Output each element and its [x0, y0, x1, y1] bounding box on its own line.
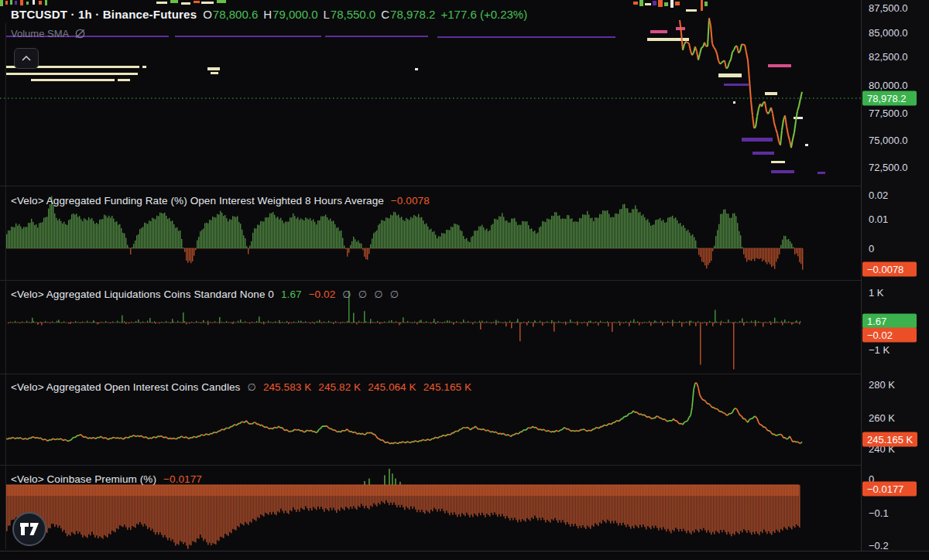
empty-value-icon: ∅	[342, 289, 351, 300]
axis-tick: 260 K	[869, 412, 895, 424]
axis-tick: −0.1	[869, 507, 889, 519]
open-interest-pane-legend[interactable]: <Velo> Aggregated Open Interest Coins Ca…	[11, 381, 471, 393]
chevron-up-icon	[22, 56, 31, 61]
axis-value-badge: 78,978.2	[862, 91, 917, 106]
price-axis-column[interactable]: 87,500.085,000.082,500.080,000.077,500.0…	[861, 0, 929, 551]
volume-sma-legend[interactable]: Volume SMA	[11, 28, 87, 39]
ohlc-values: O78,800.6 H79,000.0 L78,550.0 C78,978.2 …	[203, 8, 527, 21]
chart-area[interactable]: BTCUSDT · 1h · Binance-Futures O78,800.6…	[0, 0, 861, 551]
premium-pane-legend[interactable]: <Velo> Coinbase Premium (%) −0.0177	[11, 473, 202, 485]
open-value: 78,800.6	[213, 8, 258, 21]
axis-tick: 87,500.0	[869, 2, 908, 14]
axis-tick: 0.01	[869, 213, 888, 225]
oi-high-value: 245.82 K	[318, 381, 361, 393]
axis-tick: 82,500.0	[869, 51, 908, 63]
liquidations-title: <Velo> Aggregated Liquidations Coins Sta…	[11, 289, 274, 300]
volume-sma-label: Volume SMA	[11, 28, 69, 39]
pane-divider[interactable]	[0, 280, 861, 281]
axis-tick: −1 K	[869, 344, 890, 356]
change-value: +177.6 (+0.23%)	[441, 8, 527, 21]
axis-tick: 75,000.0	[869, 135, 908, 146]
symbol-legend[interactable]: BTCUSDT · 1h · Binance-Futures O78,800.6…	[11, 8, 527, 21]
premium-title: <Velo> Coinbase Premium (%)	[11, 473, 156, 485]
axis-value-badge: −0.0078	[862, 262, 917, 277]
axis-tick: 77,500.0	[869, 108, 908, 119]
open-interest-title: <Velo> Aggregated Open Interest Coins Ca…	[11, 381, 240, 393]
liquidations-short-value: −0.02	[309, 289, 336, 300]
price-pane-canvas[interactable]	[0, 0, 861, 186]
collapse-indicators-button[interactable]	[14, 48, 39, 69]
empty-value-icon: ∅	[390, 289, 399, 300]
empty-value-icon: ∅	[247, 381, 255, 393]
axis-tick: 85,000.0	[869, 27, 908, 39]
axis-tick: 80,000.0	[869, 80, 908, 91]
liquidations-pane-legend[interactable]: <Velo> Aggregated Liquidations Coins Sta…	[11, 289, 399, 300]
tradingview-logo-icon	[19, 522, 39, 536]
symbol-title[interactable]: BTCUSDT · 1h · Binance-Futures	[11, 8, 197, 21]
pane-divider[interactable]	[0, 374, 861, 374]
axis-tick: 1 K	[869, 287, 884, 299]
funding-title: <Velo> Aggregated Funding Rate (%) Open …	[11, 195, 384, 207]
high-value: 79,000.0	[273, 8, 317, 21]
funding-pane-legend[interactable]: <Velo> Aggregated Funding Rate (%) Open …	[11, 195, 430, 207]
axis-tick: 72,500.0	[869, 162, 908, 173]
axis-value-badge: −0.02	[862, 328, 917, 343]
oi-close-value: 245.165 K	[423, 381, 471, 393]
tradingview-chart-window: BTCUSDT · 1h · Binance-Futures O78,800.6…	[0, 0, 929, 560]
oi-low-value: 245.064 K	[368, 381, 416, 393]
axis-tick: 280 K	[869, 379, 895, 391]
liquidations-long-value: 1.67	[281, 289, 302, 300]
empty-value-icon: ∅	[358, 289, 367, 300]
axis-value-badge: −0.0177	[862, 482, 917, 497]
tradingview-logo[interactable]	[12, 512, 46, 546]
axis-tick: −0.2	[869, 540, 889, 551]
left-edge-line	[5, 23, 6, 549]
eye-off-icon[interactable]	[74, 28, 87, 39]
axis-value-badge: 245.165 K	[862, 432, 917, 447]
time-axis-border	[0, 551, 929, 551]
oi-open-value: 245.583 K	[263, 381, 311, 393]
axis-value-badge: 1.67	[862, 314, 917, 329]
axis-tick: 0	[869, 243, 874, 254]
close-value: 78,978.2	[390, 8, 435, 21]
axis-tick: 0.02	[869, 190, 888, 201]
empty-value-icon: ∅	[374, 289, 382, 300]
pane-divider[interactable]	[0, 465, 861, 466]
funding-value: −0.0078	[391, 195, 430, 207]
pane-divider[interactable]	[0, 186, 861, 186]
premium-value: −0.0177	[163, 473, 202, 485]
low-value: 78,550.0	[331, 8, 375, 21]
